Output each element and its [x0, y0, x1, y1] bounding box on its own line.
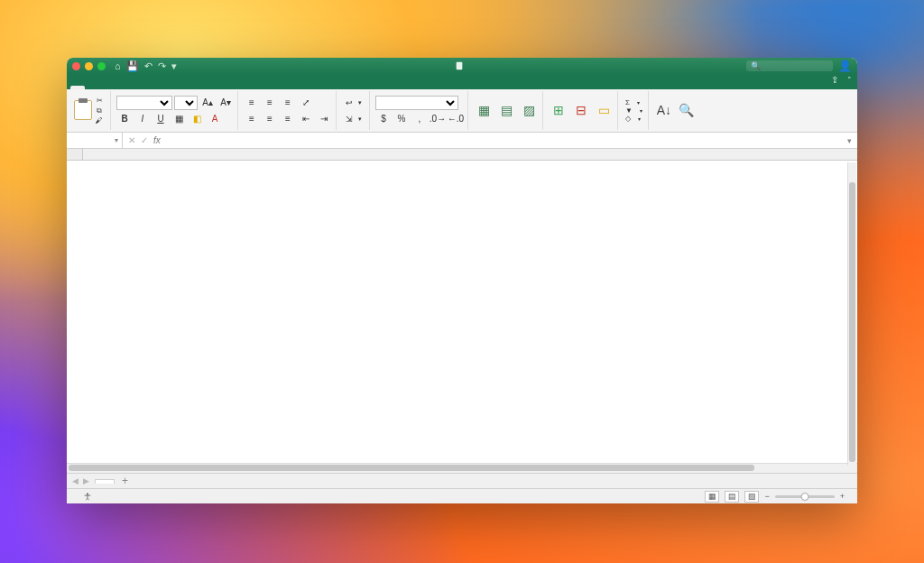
wrap-icon: ↩: [346, 98, 353, 107]
copy-button[interactable]: ⧉: [95, 106, 106, 115]
currency-button[interactable]: $: [375, 112, 392, 126]
insert-icon: ⊞: [550, 102, 567, 118]
status-bar: ▦ ▤ ▧ − +: [67, 488, 857, 503]
minimize-button[interactable]: [85, 62, 93, 70]
name-box-dropdown-icon[interactable]: ▾: [115, 136, 118, 144]
number-format-select[interactable]: [375, 96, 458, 110]
page-layout-view-button[interactable]: ▤: [725, 491, 739, 503]
accessibility-status[interactable]: [83, 492, 96, 501]
border-button[interactable]: ▦: [171, 112, 187, 126]
fill-button[interactable]: ▼▾: [624, 106, 644, 115]
autosum-button[interactable]: Σ▾: [624, 98, 644, 106]
tab-formulas[interactable]: [114, 86, 128, 89]
sigma-icon: Σ: [624, 98, 631, 106]
find-icon: 🔍: [679, 102, 695, 118]
find-select-button[interactable]: 🔍: [677, 102, 697, 119]
accessibility-icon: [83, 492, 92, 501]
zoom-in-button[interactable]: +: [840, 492, 845, 501]
format-cells-button[interactable]: ▭: [594, 102, 614, 119]
decrease-font-button[interactable]: A▾: [217, 96, 234, 110]
normal-view-button[interactable]: ▦: [705, 491, 719, 503]
font-size-select[interactable]: [174, 96, 198, 110]
maximize-button[interactable]: [97, 62, 106, 70]
delete-cells-button[interactable]: ⊟: [571, 102, 591, 119]
orientation-button[interactable]: ⤢: [298, 96, 314, 110]
table-icon: ▤: [498, 102, 514, 118]
indent-dec-button[interactable]: ⇤: [298, 112, 314, 126]
copy-icon: ⧉: [95, 106, 104, 115]
increase-font-button[interactable]: A▴: [199, 96, 216, 110]
search-input[interactable]: [764, 61, 827, 70]
vertical-scrollbar[interactable]: [847, 162, 856, 466]
align-left-button[interactable]: ≡: [244, 112, 260, 126]
merge-center-button[interactable]: ⇲▾: [342, 112, 365, 126]
zoom-slider[interactable]: [775, 495, 835, 498]
add-sheet-button[interactable]: +: [115, 475, 135, 487]
fx-icon[interactable]: fx: [153, 135, 161, 145]
cell-styles-button[interactable]: ▨: [519, 102, 539, 119]
eraser-icon: ◇: [624, 115, 632, 123]
close-button[interactable]: [72, 62, 80, 70]
user-icon[interactable]: 👤: [838, 60, 852, 72]
select-all-corner[interactable]: [67, 149, 83, 160]
align-right-button[interactable]: ≡: [280, 112, 296, 126]
undo-icon[interactable]: ↶: [144, 60, 152, 72]
sheet-nav-prev-icon[interactable]: ◀: [72, 476, 79, 485]
collapse-ribbon-icon[interactable]: ˄: [847, 76, 852, 85]
name-box[interactable]: ▾: [67, 133, 123, 148]
redo-icon[interactable]: ↷: [158, 60, 166, 72]
format-as-table-button[interactable]: ▤: [496, 102, 516, 119]
sheet-nav-next-icon[interactable]: ▶: [83, 476, 89, 485]
tab-data[interactable]: [128, 86, 143, 89]
cut-button[interactable]: ✂: [95, 97, 106, 106]
increase-decimal-button[interactable]: .0→: [430, 112, 446, 126]
expand-formula-icon[interactable]: ▾: [842, 136, 857, 145]
tab-view[interactable]: [157, 86, 171, 89]
svg-point-1: [87, 493, 88, 494]
clear-button[interactable]: ◇▾: [624, 115, 644, 123]
comma-button[interactable]: ,: [411, 112, 428, 126]
save-icon[interactable]: 💾: [126, 60, 139, 72]
format-icon: ▭: [596, 102, 612, 118]
insert-cells-button[interactable]: ⊞: [549, 102, 568, 119]
page-break-view-button[interactable]: ▧: [744, 491, 759, 503]
font-color-button[interactable]: A: [207, 112, 223, 126]
tab-page-layout[interactable]: [99, 86, 114, 89]
share-icon[interactable]: ⇪: [831, 75, 838, 85]
brush-icon: 🖌: [95, 116, 104, 125]
tab-home[interactable]: [70, 86, 85, 89]
zoom-out-button[interactable]: −: [764, 492, 769, 501]
grid-rows[interactable]: [67, 161, 857, 463]
wrap-text-button[interactable]: ↩▾: [342, 96, 365, 110]
bold-button[interactable]: B: [116, 112, 133, 126]
tab-review[interactable]: [143, 86, 157, 89]
delete-icon: ⊟: [573, 102, 589, 118]
search-sheet[interactable]: 🔍: [746, 60, 833, 71]
percent-button[interactable]: %: [393, 112, 410, 126]
indent-inc-button[interactable]: ⇥: [316, 112, 332, 126]
format-painter-button[interactable]: 🖌: [95, 116, 106, 125]
align-top-button[interactable]: ≡: [244, 96, 260, 110]
home-icon[interactable]: ⌂: [115, 60, 121, 71]
align-bot-button[interactable]: ≡: [280, 96, 296, 110]
align-center-button[interactable]: ≡: [262, 112, 278, 126]
fill-color-button[interactable]: ◧: [189, 112, 205, 126]
underline-button[interactable]: U: [152, 112, 169, 126]
window-controls: [72, 62, 106, 70]
scissors-icon: ✂: [95, 97, 104, 106]
tab-insert[interactable]: [85, 86, 99, 89]
cancel-formula-icon[interactable]: ✕: [128, 135, 135, 145]
paste-button[interactable]: [74, 100, 92, 121]
sheet-tab[interactable]: [95, 479, 115, 484]
decrease-decimal-button[interactable]: ←.0: [448, 112, 464, 126]
spreadsheet-grid: [67, 149, 857, 473]
horizontal-scrollbar[interactable]: [67, 463, 857, 473]
svg-rect-0: [457, 62, 463, 69]
italic-button[interactable]: I: [134, 112, 151, 126]
conditional-formatting-button[interactable]: ▦: [474, 102, 494, 119]
font-name-select[interactable]: [116, 96, 172, 110]
sort-filter-button[interactable]: A↓: [654, 102, 674, 119]
sheet-tabs: ◀▶ +: [67, 473, 857, 488]
accept-formula-icon[interactable]: ✓: [141, 135, 148, 145]
align-mid-button[interactable]: ≡: [262, 96, 278, 110]
